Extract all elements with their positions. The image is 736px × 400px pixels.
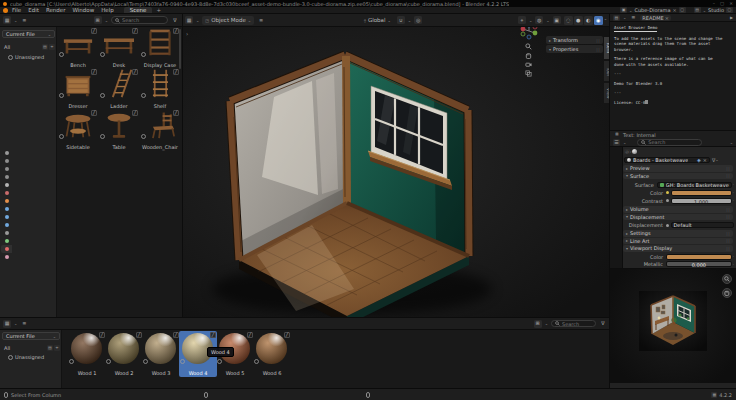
properties-editor-icon[interactable]: ☰ [613,139,620,146]
viewport-editor-icon[interactable]: ▦ [185,16,193,24]
npanel-properties[interactable]: ▾ Properties ¦¦ [546,45,603,53]
blender-menu-icon[interactable] [3,8,8,13]
panel-volume[interactable]: ▸Volume¦¦ [623,206,733,213]
new-view-layer-icon[interactable]: ▢ [726,7,733,13]
orientation-select[interactable]: ⟠ Global ⌄ [361,16,394,25]
panel-viewport-display[interactable]: ▾Viewport Display¦¦ [623,245,733,252]
tab-physics[interactable] [1,221,12,229]
scene-unlink-icon[interactable]: × [673,7,677,13]
text-datablock[interactable]: README × [640,15,671,21]
tab-object[interactable] [1,197,12,205]
edit-asset-icon[interactable]: ╱ [91,110,97,116]
proportional-edit-icon[interactable]: ◎ [414,16,422,24]
asset-search-input[interactable] [562,321,592,327]
text-menu-icon[interactable]: ≡ [629,15,637,21]
show-gizmo-icon[interactable]: ⌖ [518,16,526,24]
metallic-slider[interactable]: 0.000 [666,261,732,267]
properties-search[interactable] [637,139,702,146]
npanel-transform[interactable]: ▸ Transform ¦¦ [546,36,603,44]
catalog-folder-icon[interactable]: ▤ [47,345,53,351]
view-layer-name[interactable]: Studio [708,7,724,13]
catalog-add-icon[interactable]: + [54,345,60,351]
image-zoom-icon[interactable] [722,274,732,284]
toolbar-expand-arrow[interactable]: › [186,30,188,37]
contrast-slider[interactable]: 1.000 [671,198,732,204]
asset-source-select[interactable]: Current File ⌄ [2,30,55,38]
asset-tile-display-case[interactable]: ╱ Display Case [140,27,180,68]
editor-divider[interactable] [0,317,610,318]
asset-tile-wooden-chair[interactable]: ╱ Wooden_Chair [140,109,180,150]
workspace-tab-scene[interactable]: Scene [124,7,153,13]
edit-asset-icon[interactable]: ╱ [173,110,179,116]
fake-user-icon[interactable]: ◈ [697,157,701,163]
display-size-icon[interactable]: ⊞ [534,320,542,328]
tab-object-data[interactable] [1,237,12,245]
menu-edit[interactable]: Edit [25,7,42,13]
material-tile-wood6[interactable]: ╱ Wood 6 [253,331,291,377]
asset-source-select[interactable]: Current File ⌄ [2,332,60,340]
asset-browser-editor-icon[interactable]: ▦ [3,320,11,328]
tab-texture[interactable] [1,253,12,261]
edit-asset-icon[interactable]: ╱ [132,28,138,34]
tab-output[interactable] [1,165,12,173]
asset-search-input[interactable] [122,17,164,23]
panel-displacement[interactable]: ▾Displacement¦¦ [623,214,733,221]
shading-material-icon[interactable]: ◐ [584,16,593,25]
catalog-all[interactable]: All ▤ + [0,44,57,50]
asset-search[interactable] [551,320,596,327]
ortho-toggle-icon[interactable] [525,70,532,77]
edit-asset-icon[interactable]: ╱ [173,69,179,75]
scene-name[interactable]: Cube-Diorama [634,7,670,13]
menu-render[interactable]: Render [43,7,69,13]
asset-search[interactable] [111,16,168,24]
surface-value-field[interactable]: GH: Boards Basketweave [657,182,732,188]
zoom-icon[interactable] [525,43,532,50]
image-pan-hand-icon[interactable] [722,288,732,298]
unlink-material-icon[interactable]: × [703,157,707,163]
shading-rendered-icon[interactable]: ◉ [594,16,603,25]
tab-world[interactable] [1,189,12,197]
asset-tile-dresser[interactable]: ╱ Dresser [58,68,98,109]
tab-render[interactable] [1,157,12,165]
shading-solid-icon[interactable]: ● [574,16,583,25]
snap-magnet-icon[interactable]: ∪ [397,16,405,24]
edit-asset-icon[interactable]: ╱ [132,110,138,116]
panel-preview[interactable]: ▸Preview¦¦ [623,165,733,172]
run-script-icon[interactable]: ▶ [730,15,733,20]
catalog-all[interactable]: All ▤ + [0,345,62,351]
add-workspace-button[interactable]: + [153,7,164,13]
tab-material[interactable] [1,245,12,253]
text-unlink-icon[interactable]: × [665,15,669,21]
color-swatch[interactable] [671,190,732,196]
navigation-gizmo[interactable] [519,27,539,41]
browser-menu-icon[interactable]: ≡ [20,16,28,24]
menu-window[interactable]: Window [69,7,97,13]
vd-color-swatch[interactable] [666,254,732,260]
catalog-folder-icon[interactable]: ▤ [42,44,48,50]
text-editor-body[interactable]: Asset Browser Demo To add the assets to … [610,22,736,130]
panel-settings[interactable]: ▸Settings¦¦ [623,230,733,237]
viewport-menu-icon[interactable]: ≡ [257,16,265,24]
edit-asset-icon[interactable]: ╱ [91,28,97,34]
edit-asset-icon[interactable]: ╱ [284,332,290,338]
asset-tile-bench[interactable]: ╱ Bench [58,27,98,68]
menu-file[interactable]: File [9,7,24,13]
tab-tool[interactable] [1,149,12,157]
tab-modifiers[interactable] [1,205,12,213]
tab-scene[interactable] [1,181,12,189]
properties-search-input[interactable] [648,139,698,145]
asset-tile-desk[interactable]: ╱ Desk [99,27,139,68]
displacement-select[interactable]: Default [671,222,735,228]
asset-tile-sidetable[interactable]: ╱ Sidetable [58,109,98,150]
room-mesh[interactable] [230,55,469,318]
shading-wireframe-icon[interactable]: ◌ [564,16,573,25]
xray-toggle-icon[interactable]: ▣ [553,16,561,24]
new-scene-icon[interactable]: ▢ [679,7,686,13]
tab-particles[interactable] [1,213,12,221]
catalog-unassigned[interactable]: Unassigned [4,54,44,60]
scrollbar[interactable] [179,29,181,69]
view-layer-icon[interactable]: ▤ [694,7,701,13]
filter-icon[interactable]: ∇ [599,320,607,328]
panel-surface[interactable]: ▾Surface¦¦ [623,173,733,180]
tab-view-layer[interactable] [1,173,12,181]
